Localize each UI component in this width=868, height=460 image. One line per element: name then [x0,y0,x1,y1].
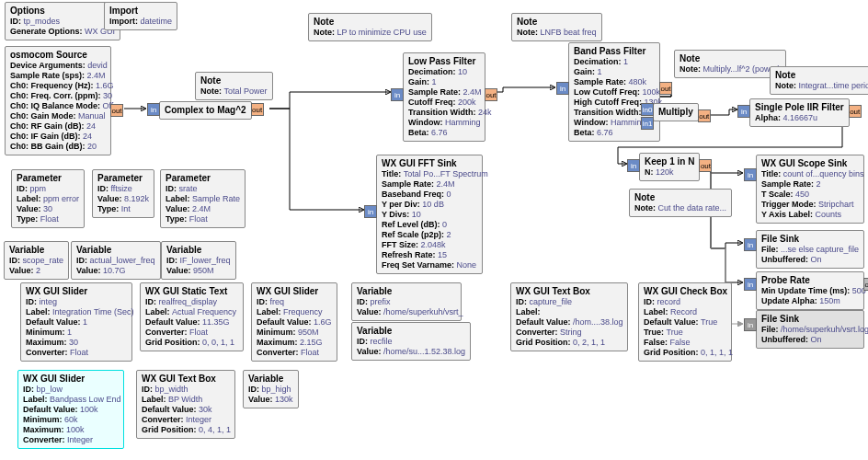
block-row: ID: realfreq_display [145,297,238,307]
block-row: ID: bp_width [142,385,230,395]
scope-sink-block[interactable]: inWX GUI Scope SinkTitle: count of...que… [756,155,864,224]
port-in[interactable]: in [391,88,404,101]
import-block[interactable]: ImportImport: datetime [104,2,177,30]
block-row: ID: recfile [357,337,465,347]
block-row: Ch0: RF Gain (dB): 24 [10,121,106,132]
block-row: Converter: String [516,328,622,338]
port-in[interactable]: in [627,159,640,172]
port-out[interactable]: out [485,88,497,101]
var-actual-lower-freq[interactable]: VariableID: actual_lower_freqValue: 10.7… [71,241,161,280]
var-recfile[interactable]: VariableID: recfileValue: /home/su...1.5… [351,322,471,361]
port-in[interactable]: in [744,278,757,291]
note-cut-rate[interactable]: NoteNote: Cut the data rate... [629,189,732,217]
port-in[interactable]: in [744,168,757,181]
param-ppm[interactable]: ParameterID: ppmLabel: ppm errorValue: 3… [11,169,85,228]
file-sink-2-block[interactable]: inFile SinkFile: /home/superkuh/vsrt.log… [756,310,864,349]
block-row: Title: count of...quency bins [761,169,859,179]
multiply-block[interactable]: in0in1Multiplyout [653,103,699,121]
note-total-power[interactable]: NoteNote: Total Power [195,72,273,100]
low-pass-filter-block[interactable]: inLow Pass FilterDecimation: 10Gain: 1Sa… [403,52,485,142]
single-pole-iir-block[interactable]: inSingle Pole IIR FilterAlpha: 4.16667uo… [749,98,850,127]
block-row: Label: Sample Rate [166,194,240,204]
var-bp-high[interactable]: VariableID: bp_highValue: 130k [243,370,299,408]
param-srate[interactable]: ParameterID: srateLabel: Sample RateValu… [160,169,246,228]
note-lp-cpu[interactable]: NoteNote: LP to minimize CPU use [308,13,432,41]
block-row: Min Update Time (ms): 500 [761,286,859,296]
file-sink-1-block[interactable]: inFile SinkFile: ...se else capture_file… [756,230,864,269]
block-row: ID: IF_lower_freq [166,256,231,266]
port-out[interactable]: out [698,109,711,122]
textbox-capture-file[interactable]: WX GUI Text BoxID: capture_fileLabel: De… [510,282,628,351]
var-scope-rate[interactable]: VariableID: scope_rateValue: 2 [4,241,69,280]
port-in[interactable]: in [744,238,757,251]
block-row: Window: Hamming [408,118,480,128]
osmosdr-source-block[interactable]: osmocom SourceDevice Arguments: devidSam… [5,46,111,155]
port-in1[interactable]: in1 [641,117,654,130]
block-row: Sample Rate (sps): 2.4M [10,71,106,81]
block-row: Ch0: IF Gain (dB): 24 [10,132,106,142]
block-row: Ch0: IQ Balance Mode: Off [10,101,106,111]
port-in[interactable]: in [364,205,377,218]
block-row: Value: 30 [17,204,79,214]
block-row: Label: BP Width [142,395,230,405]
port-in[interactable]: in [737,105,750,118]
port-out[interactable]: out [863,278,868,291]
note-lnfb[interactable]: NoteNote: LNFB beat freq [511,13,602,41]
block-row: Value: 2.4M [166,204,240,214]
probe-rate-block[interactable]: inProbe RateMin Update Time (ms): 500Upd… [756,271,864,310]
block-row: ID: bp_low [23,385,119,395]
block-row: Ch0: BB Gain (dB): 20 [10,142,106,152]
block-row: Type: Float [17,214,79,224]
block-row: Label: Actual Frequency [145,307,238,317]
keep-1-in-n-block[interactable]: inKeep 1 in NN: 120kout [639,153,700,181]
slider-integ[interactable]: WX GUI SliderID: integLabel: Integration… [20,282,132,362]
complex-to-mag2-block[interactable]: inComplex to Mag^2out [159,101,252,120]
block-row: Update Alpha: 150m [761,296,859,306]
port-out[interactable]: out [659,82,672,95]
block-row: Y Axis Label: Counts [761,210,859,220]
block-row: ID: freq [257,297,332,307]
var-if-lower-freq[interactable]: VariableID: IF_lower_freqValue: 950M [161,241,236,280]
block-row: Y Divs: 10 [382,210,477,220]
slider-freq[interactable]: WX GUI SliderID: freqLabel: FrequencyDef… [251,282,337,362]
port-in[interactable]: in [556,82,569,95]
block-row: Sample Rate: 480k [574,77,655,87]
port-in[interactable]: in [744,318,757,331]
block-row: Default Value: 100k [23,405,119,415]
block-row: Beta: 6.76 [408,128,480,138]
port-out[interactable]: out [849,105,862,118]
block-row: FFT Size: 2.048k [382,240,477,250]
port-in0[interactable]: in0 [641,103,654,116]
block-row: Cutoff Freq: 200k [408,98,480,108]
block-row: Minimum: 60k [23,415,119,425]
port-in[interactable]: in [147,103,160,116]
block-row: Note: Multiply...lf^2 (power) [680,64,781,75]
slider-bp-low[interactable]: WX GUI SliderID: bp_lowLabel: Bandpass L… [17,370,124,449]
block-row: Minimum: 950M [257,328,332,338]
block-row: Converter: Integer [23,435,119,445]
port-out[interactable]: out [251,103,264,116]
block-row: ID: bp_high [248,385,293,395]
note-integration[interactable]: NoteNote: Integrat...time period. [770,66,868,95]
textbox-bp-width[interactable]: WX GUI Text BoxID: bp_widthLabel: BP Wid… [136,370,235,439]
block-row: ID: prefix [357,297,456,307]
port-out[interactable]: out [699,159,712,172]
block-row: Value: 8.192k [97,194,149,204]
var-prefix[interactable]: VariableID: prefixValue: /home/superkuh/… [351,282,462,321]
block-row: Ch0: Freq. Corr. (ppm): 30 [10,91,106,101]
fft-sink-block[interactable]: inWX GUI FFT SinkTitle: Total Po...FT Sp… [376,155,483,274]
block-row: Import: datetime [109,17,172,27]
block-row: Note: Total Power [200,86,268,97]
block-row: Converter: Float [145,328,238,338]
port-out[interactable]: out [110,104,123,117]
static-text-realfreq[interactable]: WX GUI Static TextID: realfreq_displayLa… [140,282,244,351]
param-fftsize[interactable]: ParameterID: fftsizeValue: 8.192kType: I… [92,169,154,218]
block-row: Sample Rate: 2.4M [408,87,480,98]
block-row: True: True [644,328,726,338]
block-row: Note: LNFB beat freq [517,28,597,38]
block-row: Default Value: 11.35G [145,317,238,328]
block-row: Gain: 1 [408,77,480,87]
block-row: Value: /home/superkuh/vsrt_ [357,307,456,317]
block-row: Title: Total Po...FT Spectrum [382,169,477,179]
checkbox-record[interactable]: WX GUI Check BoxID: recordLabel: RecordD… [638,282,732,362]
